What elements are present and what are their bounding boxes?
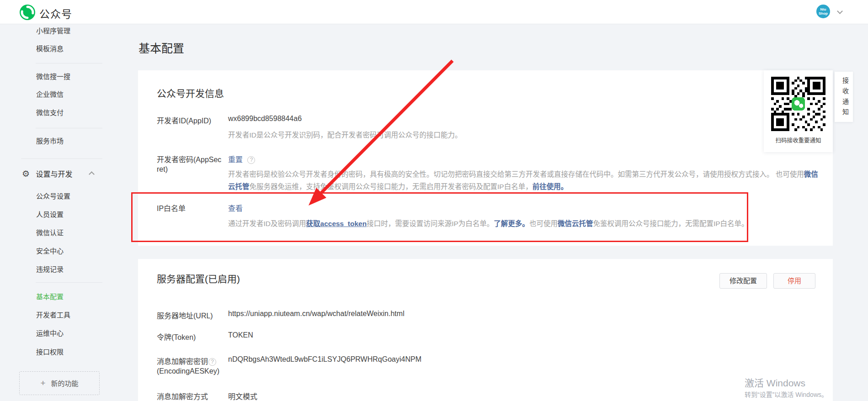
aeskey-label-text: 消息加解密密钥 xyxy=(157,358,208,365)
learn-more-link[interactable]: 了解更多。 xyxy=(494,220,529,227)
ip-whitelist-view-row: 查看 xyxy=(228,202,243,213)
gear-icon: ⚙ xyxy=(22,169,30,179)
sidebar-item-miniprogram[interactable]: 小程序管理 xyxy=(36,26,70,36)
sidebar-item-verification[interactable]: 微信认证 xyxy=(36,228,64,238)
developer-info-card: 公众号开发信息 开发者ID(AppID) wx6899bcd8598844a6 … xyxy=(138,70,833,246)
sidebar-group-settings-dev[interactable]: ⚙ 设置与开发 xyxy=(22,168,73,179)
server-config-card: 服务器配置(已启用) 修改配置 停用 服务器地址(URL) https://un… xyxy=(138,259,833,401)
sidebar-divider xyxy=(36,282,102,283)
sidebar-item-ops-center[interactable]: 运维中心 xyxy=(36,328,64,338)
aeskey-value: nDQRbgsAh3WtedL9wbFC1iLSYJQ6PRWHRqGoayi4… xyxy=(228,355,421,364)
sidebar-item-account-settings[interactable]: 公众号设置 xyxy=(36,191,70,201)
aeskey-label-line1: 消息加解密密钥? xyxy=(157,355,216,366)
server-config-title: 服务器配置(已启用) xyxy=(157,271,240,285)
sidebar-item-template-msg[interactable]: 模板消息 xyxy=(36,44,64,54)
sidebar-item-basic-config-active[interactable]: 基本配置 xyxy=(36,292,64,302)
developer-info-title: 公众号开发信息 xyxy=(157,86,224,100)
avatar-text-line1: Niu xyxy=(816,7,830,11)
disable-button[interactable]: 停用 xyxy=(773,273,815,289)
wechat-mp-logo[interactable] xyxy=(19,4,36,21)
brand-title: 公众号 xyxy=(39,5,72,21)
ip-whitelist-label: IP白名单 xyxy=(157,202,186,213)
encrypt-mode-label: 消息加解密方式 xyxy=(157,390,208,401)
view-link[interactable]: 查看 xyxy=(228,205,243,212)
ip-desc-pre: 通过开发者ID及密码调用 xyxy=(228,220,306,227)
wechat-mp-admin-screen: 公众号 Niu Shop 小程序管理 模板消息 微信搜一搜 企业微信 微信支付 … xyxy=(0,0,868,401)
new-feature-button[interactable]: +新的功能 xyxy=(19,371,100,395)
plus-icon: + xyxy=(40,378,45,388)
reset-link[interactable]: 重置 xyxy=(228,156,243,164)
server-url-value: https://uniapp.niuteam.cn/wap/wchat/rela… xyxy=(228,310,405,318)
help-icon[interactable]: ? xyxy=(208,358,216,366)
new-feature-label: 新的功能 xyxy=(51,380,79,387)
sidebar-item-security-center[interactable]: 安全中心 xyxy=(36,246,64,256)
server-url-label: 服务器地址(URL) xyxy=(157,310,213,321)
windows-activation-watermark-line2: 转到“设置”以激活 Windows。 xyxy=(745,390,828,399)
appid-description: 开发者ID是公众号开发识别码，配合开发者密码可调用公众号的接口能力。 xyxy=(228,129,822,141)
appid-value: wx6899bcd8598844a6 xyxy=(228,115,302,123)
go-use-link[interactable]: 前往使用。 xyxy=(533,183,568,190)
sidebar-item-violation-records[interactable]: 违规记录 xyxy=(36,264,64,274)
qr-notification-panel[interactable]: 扫码接收重要通知 xyxy=(764,70,833,152)
notification-side-tab[interactable]: 接收通知 xyxy=(835,72,853,122)
cloud-hosting-link-2[interactable]: 微信云托管 xyxy=(558,220,593,227)
windows-activation-watermark-line1: 激活 Windows xyxy=(745,375,805,389)
appsecret-label-line2: ret) xyxy=(157,165,168,174)
sidebar-item-api-permissions[interactable]: 接口权限 xyxy=(36,347,64,357)
sidebar-item-wecom[interactable]: 企业微信 xyxy=(36,90,64,100)
aeskey-label-line2: (EncodingAESKey) xyxy=(157,367,219,375)
sidebar-item-wepay[interactable]: 微信支付 xyxy=(36,108,64,118)
avatar-text-line2: Shop xyxy=(816,11,830,16)
sidebar-item-developer-tools[interactable]: 开发者工具 xyxy=(36,310,70,320)
ip-whitelist-description: 通过开发者ID及密码调用获取access_token接口时，需要设置访问来源IP… xyxy=(228,217,822,230)
account-chevron-down-icon[interactable] xyxy=(837,8,843,14)
sidebar-item-service-market[interactable]: 服务市场 xyxy=(36,136,64,146)
ip-desc-mid1: 接口时，需要设置访问来源IP为白名单。 xyxy=(367,220,494,227)
access-token-link[interactable]: 获取access_token xyxy=(306,220,367,227)
topbar: 公众号 Niu Shop xyxy=(0,0,868,24)
token-label: 令牌(Token) xyxy=(157,331,196,342)
appsecret-label-line1: 开发者密码(AppSec xyxy=(157,153,221,164)
help-icon[interactable]: ? xyxy=(247,156,255,164)
sidebar-group-label: 设置与开发 xyxy=(36,170,73,178)
appsecret-reset-row: 重置 ? xyxy=(228,153,255,164)
encrypt-mode-value: 明文模式 xyxy=(228,390,257,401)
sidebar-divider xyxy=(36,128,102,128)
page-title: 基本配置 xyxy=(138,39,184,56)
ip-desc-mid2: 也可使用 xyxy=(529,220,558,227)
ip-desc-tail: 免鉴权调用公众号接口能力，无需配置IP白名单。 xyxy=(593,220,748,227)
appid-label: 开发者ID(AppID) xyxy=(157,115,211,126)
sidebar-divider xyxy=(36,63,102,63)
token-value: TOKEN xyxy=(228,331,253,339)
chevron-up-icon xyxy=(89,171,95,177)
sidebar-item-search[interactable]: 微信搜一搜 xyxy=(36,72,70,82)
qr-code xyxy=(771,77,825,131)
sidebar-section-divider xyxy=(21,158,102,159)
appsecret-desc-pre: 开发者密码是校验公众号开发者身份的密码，具有极高的安全性。切记勿把密码直接交给第… xyxy=(228,170,804,178)
qr-caption: 扫码接收重要通知 xyxy=(764,136,833,144)
side-tab-label: 接收通知 xyxy=(841,77,850,119)
account-avatar[interactable]: Niu Shop xyxy=(816,5,830,18)
appsecret-description: 开发者密码是校验公众号开发者身份的密码，具有极高的安全性。切记勿把密码直接交给第… xyxy=(228,168,822,193)
modify-config-button[interactable]: 修改配置 xyxy=(719,273,767,289)
sidebar-item-staff-settings[interactable]: 人员设置 xyxy=(36,210,64,220)
appsecret-desc-mid: 免服务器免运维，支持免鉴权调用公众号接口能力，无需启用开发者密码及配置IP白名单… xyxy=(250,183,533,190)
